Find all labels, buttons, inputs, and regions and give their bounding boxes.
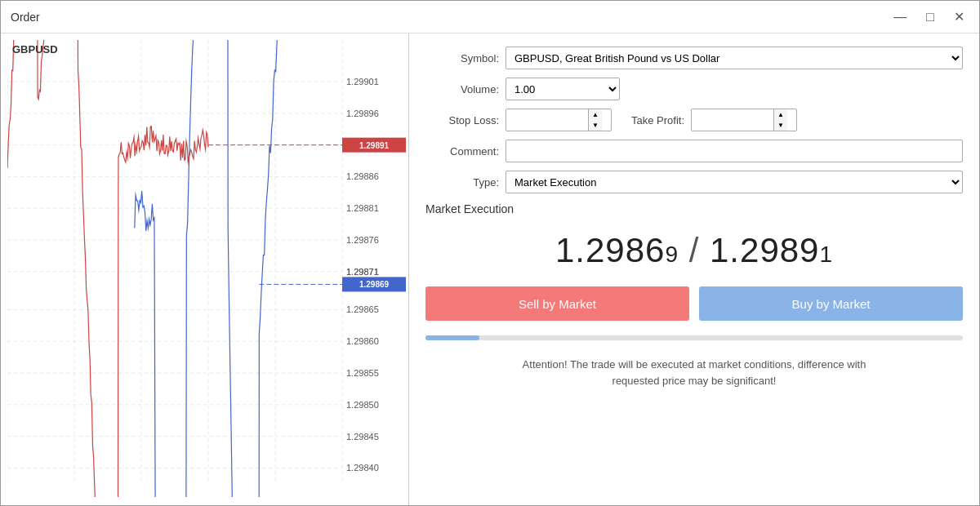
chart-area: GBPUSD — [1, 33, 409, 505]
type-select[interactable]: Market Execution — [506, 171, 963, 193]
price-chart — [7, 40, 408, 497]
title-bar: Order — □ ✕ — [1, 1, 979, 33]
stop-loss-input[interactable]: 0.00000 — [506, 109, 588, 131]
comment-row: Comment: — [425, 140, 963, 162]
buy-by-market-button[interactable]: Buy by Market — [699, 286, 963, 321]
stop-loss-spinbox-buttons: ▲ ▼ — [588, 109, 602, 131]
symbol-label: Symbol: — [425, 52, 499, 64]
price-separator: / — [679, 231, 710, 269]
execution-label: Market Execution — [425, 202, 963, 216]
minimize-button[interactable]: — — [889, 9, 911, 25]
take-profit-down-button[interactable]: ▼ — [774, 120, 787, 131]
progress-bar-container — [425, 335, 963, 340]
content-area: GBPUSD Symbol: GBPUSD, Great British Pou… — [1, 33, 979, 505]
take-profit-spinbox: 0.00000 ▲ ▼ — [691, 109, 797, 131]
volume-select[interactable]: 1.00 — [506, 78, 620, 100]
volume-row: Volume: 1.00 — [425, 78, 963, 100]
order-window: Order — □ ✕ GBPUSD Symbol: GBPUSD, Great… — [0, 0, 980, 506]
comment-label: Comment: — [425, 145, 499, 158]
chart-symbol-label: GBPUSD — [12, 43, 58, 55]
stop-loss-spinbox: 0.00000 ▲ ▼ — [506, 109, 612, 131]
maximize-button[interactable]: □ — [921, 9, 939, 25]
attention-line1: Attention! The trade will be executed at… — [425, 357, 963, 373]
sl-tp-row: Stop Loss: 0.00000 ▲ ▼ Take Profit: 0.00… — [425, 109, 963, 131]
comment-input[interactable] — [506, 140, 963, 162]
window-title: Order — [11, 11, 40, 24]
symbol-row: Symbol: GBPUSD, Great British Pound vs U… — [425, 47, 963, 69]
right-panel: Symbol: GBPUSD, Great British Pound vs U… — [409, 33, 979, 505]
close-button[interactable]: ✕ — [949, 9, 969, 25]
window-controls: — □ ✕ — [889, 9, 969, 25]
stop-loss-up-button[interactable]: ▲ — [589, 109, 602, 120]
stop-loss-down-button[interactable]: ▼ — [589, 120, 602, 131]
action-buttons: Sell by Market Buy by Market — [425, 286, 963, 321]
symbol-select[interactable]: GBPUSD, Great British Pound vs US Dollar — [506, 47, 963, 69]
sell-by-market-button[interactable]: Sell by Market — [425, 286, 689, 321]
attention-text: Attention! The trade will be executed at… — [425, 357, 963, 388]
attention-line2: requested price may be significant! — [425, 373, 963, 389]
stop-loss-label: Stop Loss: — [425, 114, 499, 126]
ask-price-main: 1.2989 — [710, 231, 819, 269]
progress-bar-fill — [425, 335, 479, 340]
take-profit-input[interactable]: 0.00000 — [692, 109, 773, 131]
type-label: Type: — [425, 176, 499, 189]
type-row: Type: Market Execution — [425, 171, 963, 193]
take-profit-group: Take Profit: 0.00000 ▲ ▼ — [631, 109, 797, 131]
price-display: 1.29869 / 1.29891 — [425, 231, 963, 270]
ask-price-small: 1 — [819, 242, 833, 267]
volume-label: Volume: — [425, 83, 499, 95]
bid-price-main: 1.2986 — [555, 231, 665, 269]
bid-price-small: 9 — [665, 242, 679, 267]
take-profit-spinbox-buttons: ▲ ▼ — [773, 109, 787, 131]
take-profit-label: Take Profit: — [631, 114, 684, 126]
take-profit-up-button[interactable]: ▲ — [774, 109, 787, 120]
